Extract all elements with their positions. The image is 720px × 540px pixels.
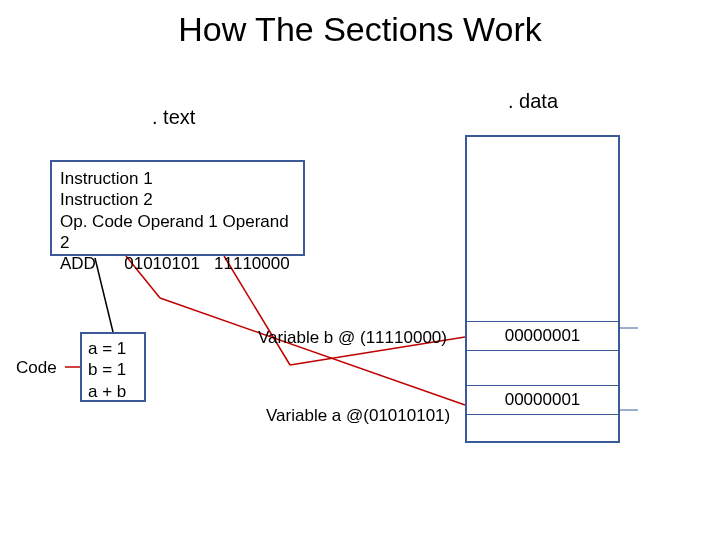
- instruction-line: Instruction 1: [60, 168, 295, 189]
- memory-cell-b: 00000001: [467, 321, 618, 351]
- code-line: a = 1: [88, 338, 138, 359]
- data-section-label: . data: [508, 90, 558, 113]
- memory-cell-a: 00000001: [467, 385, 618, 415]
- text-section-label: . text: [152, 106, 195, 129]
- code-line: b = 1: [88, 359, 138, 380]
- variable-a-label: Variable a @(01010101): [266, 406, 450, 426]
- instruction-line: Op. Code Operand 1 Operand 2: [60, 211, 295, 254]
- instruction-line: Instruction 2: [60, 189, 295, 210]
- svg-line-3: [160, 298, 465, 405]
- code-label: Code: [16, 358, 57, 378]
- instruction-box: Instruction 1 Instruction 2 Op. Code Ope…: [50, 160, 305, 256]
- slide-title: How The Sections Work: [0, 10, 720, 49]
- instruction-line: ADD 01010101 11110000: [60, 253, 295, 274]
- code-box: a = 1 b = 1 a + b: [80, 332, 146, 402]
- data-memory-box: 00000001 00000001: [465, 135, 620, 443]
- code-line: a + b: [88, 381, 138, 402]
- variable-b-label: Variable b @ (11110000): [258, 328, 447, 348]
